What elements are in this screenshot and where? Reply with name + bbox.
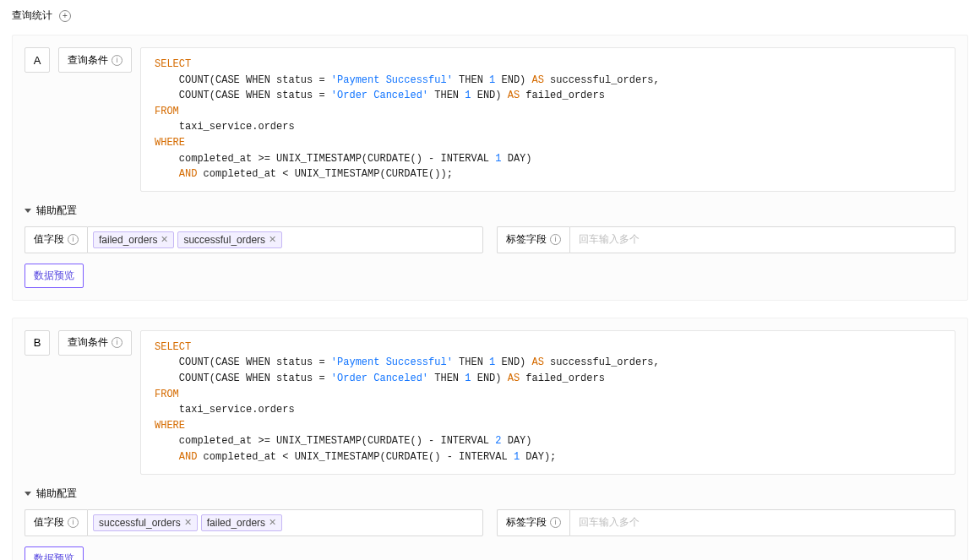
query-condition-text: 查询条件 (68, 53, 108, 68)
value-field-label-box: 值字段i (24, 509, 87, 536)
sql-editor[interactable]: SELECT COUNT(CASE WHEN status = 'Payment… (140, 330, 956, 475)
label-field-label: 标签字段 (506, 515, 547, 530)
label-field-input[interactable]: 回车输入多个 (569, 509, 956, 536)
aux-config-label: 辅助配置 (36, 204, 77, 218)
query-condition-text: 查询条件 (68, 335, 108, 350)
value-tag-text: successful_orders (99, 517, 181, 529)
chevron-down-icon (24, 209, 31, 213)
query-condition-label[interactable]: 查询条件i (58, 47, 132, 73)
chevron-down-icon (24, 492, 31, 496)
close-icon[interactable]: ✕ (161, 234, 168, 245)
value-field-label-box: 值字段i (24, 226, 87, 253)
aux-config-toggle[interactable]: 辅助配置 (24, 204, 956, 218)
label-field-input[interactable]: 回车输入多个 (569, 226, 956, 253)
label-field-placeholder: 回车输入多个 (575, 515, 640, 530)
query-panel: A查询条件iSELECT COUNT(CASE WHEN status = 'P… (12, 35, 968, 301)
query-condition-label[interactable]: 查询条件i (58, 330, 132, 356)
info-icon[interactable]: i (112, 337, 122, 348)
data-preview-button[interactable]: 数据预览 (24, 264, 84, 288)
sql-editor[interactable]: SELECT COUNT(CASE WHEN status = 'Payment… (140, 47, 956, 192)
query-letter[interactable]: A (24, 47, 50, 73)
close-icon[interactable]: ✕ (184, 517, 192, 528)
info-icon[interactable]: i (68, 234, 79, 245)
label-field-label-box: 标签字段i (497, 509, 569, 536)
close-icon[interactable]: ✕ (269, 234, 276, 245)
query-row: B查询条件iSELECT COUNT(CASE WHEN status = 'P… (24, 330, 956, 475)
value-tag[interactable]: successful_orders✕ (177, 231, 282, 248)
aux-config-toggle[interactable]: 辅助配置 (24, 487, 956, 501)
add-query-icon[interactable]: + (59, 10, 71, 22)
query-letter[interactable]: B (24, 330, 50, 356)
label-field-group: 标签字段i回车输入多个 (497, 509, 956, 536)
config-row: 值字段ifailed_orders✕successful_orders✕标签字段… (24, 226, 956, 253)
value-tag-text: failed_orders (99, 234, 157, 246)
label-field-placeholder: 回车输入多个 (575, 232, 640, 247)
info-icon[interactable]: i (550, 517, 561, 528)
value-tag-text: failed_orders (207, 517, 265, 529)
value-tag[interactable]: failed_orders✕ (93, 231, 174, 248)
close-icon[interactable]: ✕ (269, 517, 276, 528)
query-panel: B查询条件iSELECT COUNT(CASE WHEN status = 'P… (12, 318, 968, 560)
value-field-label: 值字段 (34, 515, 64, 530)
config-row: 值字段isuccessful_orders✕failed_orders✕标签字段… (24, 509, 956, 536)
value-field-label: 值字段 (34, 232, 64, 247)
value-field-group: 值字段isuccessful_orders✕failed_orders✕ (24, 509, 483, 536)
info-icon[interactable]: i (112, 55, 122, 66)
info-icon[interactable]: i (550, 234, 561, 245)
page-title-row: 查询统计 + (12, 8, 968, 23)
value-tag[interactable]: failed_orders✕ (201, 514, 282, 531)
page-title: 查询统计 (12, 8, 52, 23)
value-tag-text: successful_orders (183, 234, 265, 246)
value-field-input[interactable]: failed_orders✕successful_orders✕ (87, 226, 483, 253)
label-field-group: 标签字段i回车输入多个 (497, 226, 956, 253)
value-tag[interactable]: successful_orders✕ (93, 514, 198, 531)
aux-config-label: 辅助配置 (36, 487, 77, 501)
query-row: A查询条件iSELECT COUNT(CASE WHEN status = 'P… (24, 47, 956, 192)
value-field-group: 值字段ifailed_orders✕successful_orders✕ (24, 226, 483, 253)
label-field-label-box: 标签字段i (497, 226, 569, 253)
info-icon[interactable]: i (68, 517, 79, 528)
label-field-label: 标签字段 (506, 232, 547, 247)
value-field-input[interactable]: successful_orders✕failed_orders✕ (87, 509, 483, 536)
data-preview-button[interactable]: 数据预览 (24, 546, 84, 561)
